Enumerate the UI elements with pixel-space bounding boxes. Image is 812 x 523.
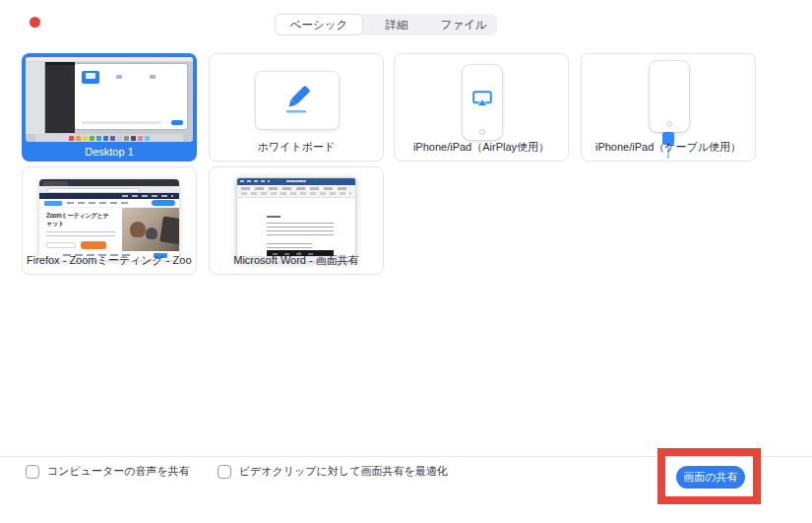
mini-orange-button [81,241,106,249]
checkbox-box[interactable] [26,465,39,479]
mini-selected-tile [82,71,99,84]
mini-doc-heading [267,216,281,218]
desktop1-thumbnail [26,57,193,142]
mini-doc-paragraph [267,223,334,238]
mini-dock [35,134,183,142]
firefox-thumbnail: Zoomミーティングとチャット [39,179,179,260]
checkbox-share-computer-sound[interactable]: コンピューターの音声を共有 [26,464,190,479]
mini-hero-heading: Zoomミーティングとチャット [46,213,110,227]
highlight-annotation [657,448,761,504]
whiteboard-card [256,72,339,129]
iphone-outline [650,61,689,132]
checkbox-box[interactable] [218,465,231,479]
mini-tile-icon [116,75,122,79]
mini-word-titlebar [237,178,355,185]
checkbox-optimize-video-clip[interactable]: ビデオクリップに対して画面共有を最適化 [218,464,448,479]
pencil-icon [281,86,314,115]
mini-url-bar [39,186,179,193]
mini-sitenav [39,199,179,208]
checkbox-label: ビデオクリップに対して画面共有を最適化 [239,464,448,479]
mini-word-document [245,198,347,255]
tile-desktop-1[interactable]: Desktop 1 [22,53,197,162]
mini-share-dialog [75,64,187,129]
tile-whiteboard[interactable]: ホワイトボード [209,53,384,162]
mini-signup-button [152,200,175,206]
home-button [479,129,485,135]
mini-tile-icon [150,75,156,79]
iphone-outline [463,65,502,140]
mini-nav-links [67,202,132,204]
mini-share-button [171,120,183,125]
tab-basic[interactable]: ベーシック [275,14,363,35]
tile-iphone-cable[interactable]: iPhone/iPad（ケーブル使用） [581,53,756,162]
mini-browser-tabs [39,179,179,186]
window-close-button[interactable] [30,17,40,28]
mini-hero: Zoomミーティングとチャット [39,208,179,251]
tab-advanced[interactable]: 詳細 [363,14,430,35]
tile-label: iPhone/iPad（AirPlay使用） [399,140,564,155]
mini-footer-row [82,121,161,124]
tile-label: iPhone/iPad（ケーブル使用） [586,140,751,155]
tile-label: ホワイトボード [214,140,379,155]
mini-word-ribbon [237,185,355,198]
tile-firefox-window[interactable]: Zoomミーティングとチャット Firefox - Zoomミーティング - Z… [22,166,197,275]
home-button [666,121,672,127]
mini-hero-photo [122,208,179,251]
tile-iphone-airplay[interactable]: iPhone/iPad（AirPlay使用） [394,53,569,162]
tab-files[interactable]: ファイル [430,14,497,35]
tile-label: Microsoft Word - 画面共有 [214,253,379,268]
mini-doc-paragraph [267,243,312,248]
share-mode-tabbar: ベーシック 詳細 ファイル [275,14,497,35]
mini-dark-sidebar [45,62,75,133]
tile-word-window[interactable]: Microsoft Word - 画面共有 [209,166,384,275]
word-thumbnail [236,177,356,262]
tile-label: Firefox - Zoomミーティング - Zoom... [27,253,192,268]
tile-label: Desktop 1 [26,146,193,158]
mini-zoom-logo [44,201,62,206]
mini-email-field [46,242,76,248]
airplay-icon [472,91,492,106]
checkbox-label: コンピューターの音声を共有 [47,464,190,479]
mini-hero-text [46,231,115,239]
footer-options: コンピューターの音声を共有 ビデオクリップに対して画面共有を最適化 [26,464,475,479]
mini-background-window [26,62,45,134]
